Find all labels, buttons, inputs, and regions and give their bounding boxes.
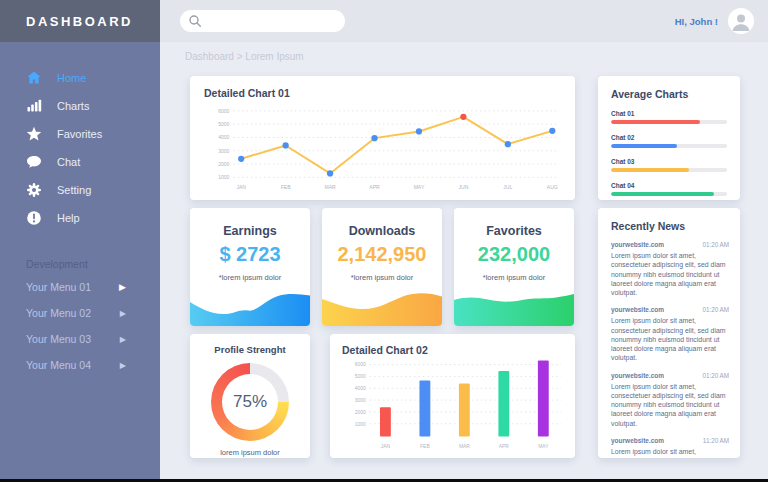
- news-timestamp: 01:20 AM: [702, 372, 729, 379]
- svg-text:APR: APR: [369, 184, 380, 190]
- progress-label: Chat 03: [611, 158, 727, 165]
- svg-text:2000: 2000: [218, 161, 229, 167]
- sidebar-item-setting[interactable]: Setting: [0, 176, 160, 204]
- line-chart: 600050004000300020001000JANFEBMARAPRMAYJ…: [204, 104, 566, 196]
- chat-bubble-icon: [26, 154, 42, 170]
- news-body: Lorem ipsum dolor sit amet, consectetuer…: [611, 316, 729, 362]
- donut-gauge: 75%: [211, 363, 289, 441]
- svg-text:2000: 2000: [355, 410, 366, 415]
- bar-chart: 600050004000300020001000JANFEBMARAPRMAY: [342, 359, 567, 455]
- svg-text:MAY: MAY: [414, 184, 425, 190]
- progress-track: [611, 192, 727, 196]
- news-item: yourwebsite.com01:20 AM Lorem ipsum dolo…: [611, 372, 729, 428]
- news-body: Lorem ipsum dolor sit amet, consectetuer…: [611, 382, 729, 428]
- avatar[interactable]: [728, 8, 754, 34]
- sidebar-item-label: Your Menu 01: [26, 281, 91, 293]
- svg-text:5000: 5000: [355, 374, 366, 379]
- detailed-chart-01-card: Detailed Chart 01 6000500040003000200010…: [190, 76, 575, 200]
- news-source-link[interactable]: yourwebsite.com: [611, 241, 664, 248]
- detailed-chart-02-card: Detailed Chart 02 6000500040003000200010…: [330, 334, 575, 458]
- progress-fill: [611, 192, 714, 196]
- news-source-link[interactable]: yourwebsite.com: [611, 306, 664, 313]
- app-title: DASHBOARD: [0, 0, 160, 42]
- news-body: Lorem ipsum dolor sit amet, consectetuer…: [611, 251, 729, 297]
- news-item: yourwebsite.com01:20 AM Lorem ipsum dolo…: [611, 241, 729, 297]
- search-icon: [188, 14, 202, 28]
- progress-row: Chat 01: [611, 110, 727, 124]
- news-source-link[interactable]: yourwebsite.com: [611, 372, 664, 379]
- dev-menu: Your Menu 01 ▶ Your Menu 02 ▶ Your Menu …: [0, 274, 160, 378]
- donut-percent-label: 75%: [222, 374, 278, 430]
- svg-text:APR: APR: [499, 444, 510, 449]
- app-title-text: DASHBOARD: [26, 14, 133, 29]
- sidebar-section-development: Development: [26, 258, 160, 270]
- progress-row: Chat 03: [611, 158, 727, 172]
- sidebar-item-your-menu-04[interactable]: Your Menu 04 ▶: [0, 352, 160, 378]
- search-input[interactable]: [206, 16, 336, 27]
- sidebar-item-favorites[interactable]: Favorites: [0, 120, 160, 148]
- area-sparkline: [454, 288, 574, 326]
- kpi-subtitle: lorem ipsum dolor: [190, 448, 310, 457]
- progress-row: Chat 04: [611, 182, 727, 196]
- sidebar-item-chat[interactable]: Chat: [0, 148, 160, 176]
- sidebar-item-your-menu-02[interactable]: Your Menu 02 ▶: [0, 300, 160, 326]
- svg-text:MAY: MAY: [538, 444, 549, 449]
- bar-chart-icon: [26, 98, 42, 114]
- progress-fill: [611, 120, 700, 124]
- chart-title: Detailed Chart 01: [204, 87, 567, 99]
- svg-text:FEB: FEB: [281, 184, 291, 190]
- sidebar-item-help[interactable]: Help: [0, 204, 160, 232]
- sidebar-item-label: Home: [57, 72, 86, 84]
- news-source-link[interactable]: yourwebsite.com: [611, 437, 664, 444]
- news-timestamp: 01:20 AM: [702, 306, 729, 313]
- svg-text:4000: 4000: [355, 386, 366, 391]
- news-item: yourwebsite.com11:20 AM Lorem ipsum dolo…: [611, 437, 729, 458]
- svg-text:6000: 6000: [218, 108, 229, 114]
- panel-title: Average Charts: [611, 88, 727, 100]
- downloads-card: Downloads 2,142,950 *lorem ipsum dolor: [322, 208, 442, 326]
- sidebar-item-label: Help: [57, 212, 80, 224]
- sidebar-item-charts[interactable]: Charts: [0, 92, 160, 120]
- user-area: HI, John !: [675, 8, 754, 34]
- profile-strength-card: Profile Strenght 75% lorem ipsum dolor: [190, 334, 310, 458]
- home-icon: [26, 70, 42, 86]
- sidebar-item-label: Setting: [57, 184, 91, 196]
- svg-text:1000: 1000: [355, 422, 366, 427]
- chevron-right-icon: ▶: [119, 282, 126, 292]
- kpi-subtitle: *lorem ipsum dolor: [190, 273, 310, 282]
- progress-bar-list: Chat 01Chat 02Chat 03Chat 04: [611, 110, 727, 196]
- help-icon: [26, 210, 42, 226]
- main-menu: Home Charts Favorites Chat: [0, 64, 160, 232]
- kpi-value: 232,000: [454, 243, 574, 266]
- progress-track: [611, 168, 727, 172]
- sidebar-item-label: Your Menu 04: [26, 359, 91, 371]
- svg-text:5000: 5000: [218, 121, 229, 127]
- breadcrumb: Dashboard > Lorem Ipsum: [185, 51, 304, 62]
- svg-text:4000: 4000: [218, 134, 229, 140]
- user-greeting[interactable]: HI, John !: [675, 16, 718, 27]
- progress-fill: [611, 144, 677, 148]
- person-icon: [728, 8, 754, 34]
- area-sparkline: [190, 288, 310, 326]
- sidebar-item-home[interactable]: Home: [0, 64, 160, 92]
- kpi-subtitle: *lorem ipsum dolor: [454, 273, 574, 282]
- chevron-right-icon: ▶: [120, 309, 126, 318]
- earnings-card: Earnings $ 2723 *lorem ipsum dolor: [190, 208, 310, 326]
- progress-track: [611, 120, 727, 124]
- sidebar-item-label: Your Menu 02: [26, 307, 91, 319]
- svg-text:JUN: JUN: [458, 184, 468, 190]
- chevron-right-icon: ▶: [120, 335, 126, 344]
- kpi-title: Downloads: [322, 224, 442, 238]
- progress-label: Chat 01: [611, 110, 727, 117]
- svg-text:3000: 3000: [355, 398, 366, 403]
- search-box[interactable]: [180, 10, 345, 32]
- sidebar-item-your-menu-03[interactable]: Your Menu 03 ▶: [0, 326, 160, 352]
- sidebar-item-your-menu-01[interactable]: Your Menu 01 ▶: [0, 274, 160, 300]
- area-sparkline: [322, 288, 442, 326]
- svg-text:JUL: JUL: [503, 184, 512, 190]
- progress-label: Chat 04: [611, 182, 727, 189]
- kpi-subtitle: *lorem ipsum dolor: [322, 273, 442, 282]
- topbar: HI, John !: [160, 0, 768, 42]
- sidebar-item-label: Chat: [57, 156, 80, 168]
- sidebar-item-label: Favorites: [57, 128, 102, 140]
